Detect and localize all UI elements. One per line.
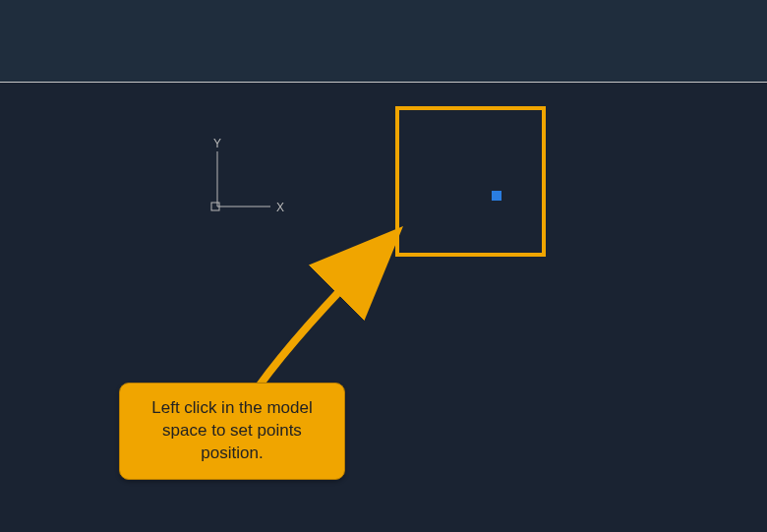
ucs-y-label: Y	[213, 137, 221, 150]
svg-rect-2	[211, 203, 219, 210]
instruction-tooltip: Left click in the model space to set poi…	[119, 383, 345, 480]
toolbar-area	[0, 0, 767, 83]
ucs-icon: X Y	[209, 140, 288, 222]
tooltip-text: Left click in the model space to set poi…	[151, 398, 312, 462]
highlight-box	[395, 106, 546, 257]
point-marker[interactable]	[492, 191, 502, 201]
ucs-x-label: X	[276, 201, 284, 214]
